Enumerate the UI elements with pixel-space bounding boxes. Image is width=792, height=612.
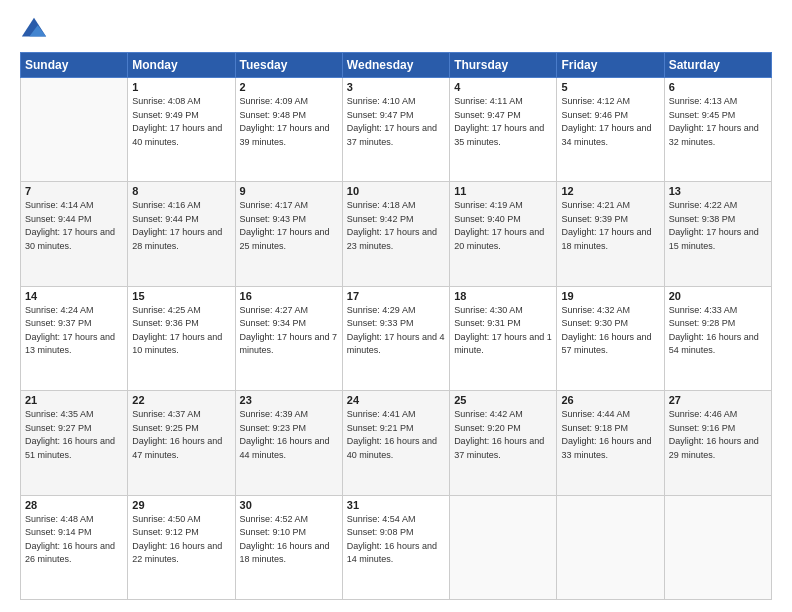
calendar-cell: 12Sunrise: 4:21 AMSunset: 9:39 PMDayligh… — [557, 182, 664, 286]
day-number: 14 — [25, 290, 123, 302]
calendar-week-5: 28Sunrise: 4:48 AMSunset: 9:14 PMDayligh… — [21, 495, 772, 599]
calendar-cell: 10Sunrise: 4:18 AMSunset: 9:42 PMDayligh… — [342, 182, 449, 286]
calendar-cell: 8Sunrise: 4:16 AMSunset: 9:44 PMDaylight… — [128, 182, 235, 286]
logo — [20, 16, 52, 44]
day-info: Sunrise: 4:11 AMSunset: 9:47 PMDaylight:… — [454, 95, 552, 149]
calendar-table: SundayMondayTuesdayWednesdayThursdayFrid… — [20, 52, 772, 600]
calendar-cell: 28Sunrise: 4:48 AMSunset: 9:14 PMDayligh… — [21, 495, 128, 599]
weekday-header-monday: Monday — [128, 53, 235, 78]
day-number: 24 — [347, 394, 445, 406]
calendar-cell: 29Sunrise: 4:50 AMSunset: 9:12 PMDayligh… — [128, 495, 235, 599]
calendar-cell: 1Sunrise: 4:08 AMSunset: 9:49 PMDaylight… — [128, 78, 235, 182]
day-info: Sunrise: 4:50 AMSunset: 9:12 PMDaylight:… — [132, 513, 230, 567]
day-info: Sunrise: 4:30 AMSunset: 9:31 PMDaylight:… — [454, 304, 552, 358]
calendar-week-1: 1Sunrise: 4:08 AMSunset: 9:49 PMDaylight… — [21, 78, 772, 182]
day-number: 28 — [25, 499, 123, 511]
day-number: 1 — [132, 81, 230, 93]
calendar-week-3: 14Sunrise: 4:24 AMSunset: 9:37 PMDayligh… — [21, 286, 772, 390]
calendar-cell: 3Sunrise: 4:10 AMSunset: 9:47 PMDaylight… — [342, 78, 449, 182]
day-number: 12 — [561, 185, 659, 197]
calendar-cell: 14Sunrise: 4:24 AMSunset: 9:37 PMDayligh… — [21, 286, 128, 390]
day-number: 25 — [454, 394, 552, 406]
header — [20, 16, 772, 44]
day-number: 19 — [561, 290, 659, 302]
day-number: 3 — [347, 81, 445, 93]
day-info: Sunrise: 4:52 AMSunset: 9:10 PMDaylight:… — [240, 513, 338, 567]
calendar-cell: 31Sunrise: 4:54 AMSunset: 9:08 PMDayligh… — [342, 495, 449, 599]
calendar-cell — [557, 495, 664, 599]
day-info: Sunrise: 4:24 AMSunset: 9:37 PMDaylight:… — [25, 304, 123, 358]
day-info: Sunrise: 4:29 AMSunset: 9:33 PMDaylight:… — [347, 304, 445, 358]
day-number: 5 — [561, 81, 659, 93]
calendar-cell: 23Sunrise: 4:39 AMSunset: 9:23 PMDayligh… — [235, 391, 342, 495]
day-number: 31 — [347, 499, 445, 511]
calendar-cell: 11Sunrise: 4:19 AMSunset: 9:40 PMDayligh… — [450, 182, 557, 286]
day-info: Sunrise: 4:10 AMSunset: 9:47 PMDaylight:… — [347, 95, 445, 149]
calendar-cell — [450, 495, 557, 599]
calendar-cell: 25Sunrise: 4:42 AMSunset: 9:20 PMDayligh… — [450, 391, 557, 495]
calendar-cell: 18Sunrise: 4:30 AMSunset: 9:31 PMDayligh… — [450, 286, 557, 390]
calendar-cell: 4Sunrise: 4:11 AMSunset: 9:47 PMDaylight… — [450, 78, 557, 182]
day-info: Sunrise: 4:46 AMSunset: 9:16 PMDaylight:… — [669, 408, 767, 462]
day-number: 8 — [132, 185, 230, 197]
day-number: 15 — [132, 290, 230, 302]
day-info: Sunrise: 4:22 AMSunset: 9:38 PMDaylight:… — [669, 199, 767, 253]
logo-icon — [20, 16, 48, 44]
day-number: 10 — [347, 185, 445, 197]
day-info: Sunrise: 4:35 AMSunset: 9:27 PMDaylight:… — [25, 408, 123, 462]
day-number: 30 — [240, 499, 338, 511]
day-info: Sunrise: 4:17 AMSunset: 9:43 PMDaylight:… — [240, 199, 338, 253]
weekday-header-saturday: Saturday — [664, 53, 771, 78]
calendar-cell: 16Sunrise: 4:27 AMSunset: 9:34 PMDayligh… — [235, 286, 342, 390]
day-number: 7 — [25, 185, 123, 197]
calendar-cell: 2Sunrise: 4:09 AMSunset: 9:48 PMDaylight… — [235, 78, 342, 182]
day-info: Sunrise: 4:21 AMSunset: 9:39 PMDaylight:… — [561, 199, 659, 253]
calendar-cell — [664, 495, 771, 599]
day-number: 18 — [454, 290, 552, 302]
calendar-week-4: 21Sunrise: 4:35 AMSunset: 9:27 PMDayligh… — [21, 391, 772, 495]
day-info: Sunrise: 4:25 AMSunset: 9:36 PMDaylight:… — [132, 304, 230, 358]
day-number: 27 — [669, 394, 767, 406]
calendar-cell: 20Sunrise: 4:33 AMSunset: 9:28 PMDayligh… — [664, 286, 771, 390]
day-number: 9 — [240, 185, 338, 197]
weekday-header-friday: Friday — [557, 53, 664, 78]
day-info: Sunrise: 4:54 AMSunset: 9:08 PMDaylight:… — [347, 513, 445, 567]
day-info: Sunrise: 4:32 AMSunset: 9:30 PMDaylight:… — [561, 304, 659, 358]
calendar-cell — [21, 78, 128, 182]
day-info: Sunrise: 4:18 AMSunset: 9:42 PMDaylight:… — [347, 199, 445, 253]
day-info: Sunrise: 4:48 AMSunset: 9:14 PMDaylight:… — [25, 513, 123, 567]
day-number: 13 — [669, 185, 767, 197]
day-info: Sunrise: 4:12 AMSunset: 9:46 PMDaylight:… — [561, 95, 659, 149]
day-number: 6 — [669, 81, 767, 93]
calendar-cell: 9Sunrise: 4:17 AMSunset: 9:43 PMDaylight… — [235, 182, 342, 286]
weekday-header-sunday: Sunday — [21, 53, 128, 78]
day-info: Sunrise: 4:42 AMSunset: 9:20 PMDaylight:… — [454, 408, 552, 462]
day-number: 21 — [25, 394, 123, 406]
day-info: Sunrise: 4:19 AMSunset: 9:40 PMDaylight:… — [454, 199, 552, 253]
calendar-cell: 19Sunrise: 4:32 AMSunset: 9:30 PMDayligh… — [557, 286, 664, 390]
calendar-cell: 17Sunrise: 4:29 AMSunset: 9:33 PMDayligh… — [342, 286, 449, 390]
weekday-header-tuesday: Tuesday — [235, 53, 342, 78]
day-number: 4 — [454, 81, 552, 93]
calendar-cell: 27Sunrise: 4:46 AMSunset: 9:16 PMDayligh… — [664, 391, 771, 495]
calendar-week-2: 7Sunrise: 4:14 AMSunset: 9:44 PMDaylight… — [21, 182, 772, 286]
calendar-cell: 15Sunrise: 4:25 AMSunset: 9:36 PMDayligh… — [128, 286, 235, 390]
day-info: Sunrise: 4:44 AMSunset: 9:18 PMDaylight:… — [561, 408, 659, 462]
calendar-cell: 21Sunrise: 4:35 AMSunset: 9:27 PMDayligh… — [21, 391, 128, 495]
day-number: 2 — [240, 81, 338, 93]
day-number: 16 — [240, 290, 338, 302]
day-number: 22 — [132, 394, 230, 406]
day-info: Sunrise: 4:37 AMSunset: 9:25 PMDaylight:… — [132, 408, 230, 462]
day-number: 26 — [561, 394, 659, 406]
calendar-cell: 5Sunrise: 4:12 AMSunset: 9:46 PMDaylight… — [557, 78, 664, 182]
calendar-cell: 22Sunrise: 4:37 AMSunset: 9:25 PMDayligh… — [128, 391, 235, 495]
day-info: Sunrise: 4:41 AMSunset: 9:21 PMDaylight:… — [347, 408, 445, 462]
day-info: Sunrise: 4:14 AMSunset: 9:44 PMDaylight:… — [25, 199, 123, 253]
day-number: 17 — [347, 290, 445, 302]
calendar-cell: 13Sunrise: 4:22 AMSunset: 9:38 PMDayligh… — [664, 182, 771, 286]
day-number: 20 — [669, 290, 767, 302]
page: SundayMondayTuesdayWednesdayThursdayFrid… — [0, 0, 792, 612]
day-info: Sunrise: 4:16 AMSunset: 9:44 PMDaylight:… — [132, 199, 230, 253]
day-number: 11 — [454, 185, 552, 197]
day-number: 23 — [240, 394, 338, 406]
